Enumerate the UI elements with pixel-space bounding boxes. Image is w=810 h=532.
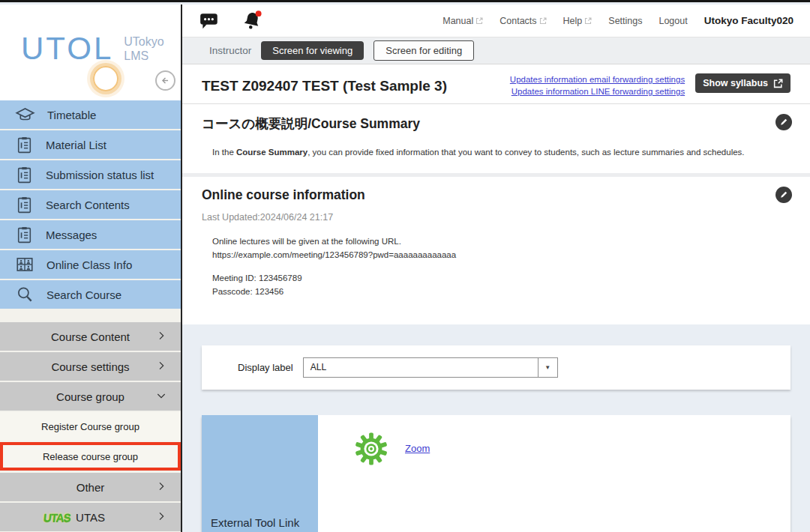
logout-link[interactable]: Logout [658,16,687,26]
sidebar-item-label: Material List [46,139,106,151]
last-updated-timestamp: Last Updated:2024/06/24 21:17 [202,212,790,223]
online-course-info-text: Online lectures will be given at the fol… [202,235,790,299]
sidebar-item-search-course[interactable]: Search Course [0,280,181,309]
chevron-right-icon [155,510,167,522]
line-forwarding-settings-link[interactable]: Updates information LINE forwarding sett… [512,87,685,96]
sidebar-group-other[interactable]: Other [0,473,181,501]
external-tool-link-card: External Tool Link [202,415,790,532]
sidebar-group-label: Other [76,481,105,494]
clipboard-list-icon [15,196,34,214]
sidebar-group-course-group[interactable]: Course group [0,382,181,411]
course-title-section: TEST Z092407 TEST (Test Sample 3) Update… [182,64,810,104]
sidebar-group-course-content[interactable]: Course Content [0,322,181,351]
course-summary-heading: コースの概要説明/Course Summary [202,115,790,133]
sidebar-subitem-release-course-group[interactable]: Release course group [0,442,181,471]
course-summary-section: コースの概要説明/Course Summary In the Course Su… [182,104,810,177]
edit-course-summary-button[interactable] [776,114,792,130]
passcode: Passcode: 123456 [212,285,790,298]
tab-screen-for-viewing[interactable]: Screen for viewing [261,41,364,60]
tab-screen-for-editing[interactable]: Screen for editing [374,40,474,61]
dropdown-arrow-icon[interactable]: ▼ [538,358,557,377]
messages-bubble-icon[interactable] [199,11,220,31]
sidebar-item-submission-status-list[interactable]: Submission status list [0,160,181,189]
chevron-right-icon [155,330,167,342]
clipboard-list-icon [15,166,34,184]
chevron-right-icon [155,360,167,372]
sidebar-group-course-settings[interactable]: Course settings [0,352,181,381]
external-link-icon [773,79,783,88]
external-tool-link-panel: External Tool Link [202,415,318,532]
display-label-selected-value: ALL [304,358,538,377]
sidebar-group-label: UTAS [76,511,105,524]
video-grid-icon [15,255,34,274]
utol-logo: UTOL UTokyo LMS [21,33,164,64]
sidebar-item-label: Search Course [46,288,122,301]
sidebar-group-label: Course Content [51,330,130,343]
pencil-icon [779,190,788,199]
sidebar-item-messages[interactable]: Messages [0,220,181,249]
sidebar-collapse-button[interactable] [155,70,176,91]
sidebar-item-label: Search Contents [46,199,130,211]
online-course-info-section: Online course information Last Updated:2… [182,177,810,324]
page-title: TEST Z092407 TEST (Test Sample 3) [202,73,447,94]
logo-area: UTOL UTokyo LMS [0,4,181,100]
sidebar-section-gap [0,310,181,322]
main-content: Manual Contacts Help [182,4,810,532]
settings-link[interactable]: Settings [608,16,642,26]
magnifier-icon [15,285,34,304]
topbar-links: Manual Contacts Help [442,15,794,26]
sidebar-subitem-label: Release course group [43,451,138,462]
display-label-panel: Display label ALL ▼ [202,345,790,390]
title-actions: Updates information email forwarding set… [510,73,790,96]
display-label-text: Display label [238,362,293,373]
course-summary-text: In the Course Summary, you can provide f… [202,148,790,157]
sidebar-group-label: Course group [56,390,124,403]
notifications-bell-icon[interactable] [241,10,263,32]
gear-icon [354,432,388,466]
utas-logo-icon: UTAS [43,511,71,524]
sidebar-subitem-register-course-group[interactable]: Register Course group [0,412,181,441]
zoom-tool-link[interactable]: Zoom [405,443,430,454]
screen-tabbar: Instructor Screen for viewing Screen for… [182,37,810,64]
sidebar-item-timetable[interactable]: Timetable [0,100,181,129]
sidebar-item-label: Submission status list [46,169,154,181]
clipboard-list-icon [15,136,34,154]
sidebar-item-label: Online Class Info [46,259,132,271]
arrow-left-icon [159,74,172,87]
external-link-icon [584,17,592,25]
sidebar-subitem-label: Register Course group [41,421,140,432]
logged-in-user: Utokyo Faculty020 [704,15,794,26]
role-label: Instructor [209,45,251,56]
display-label-select[interactable]: ALL ▼ [303,357,558,378]
chevron-right-icon [155,480,167,492]
email-forwarding-settings-link[interactable]: Updates information email forwarding set… [510,75,685,84]
manual-link[interactable]: Manual [442,16,483,26]
online-course-info-heading: Online course information [202,187,790,203]
external-link-icon [539,17,547,25]
chevron-down-icon [155,390,167,402]
help-link[interactable]: Help [563,16,592,26]
show-syllabus-button[interactable]: Show syllabus [695,73,790,93]
sidebar-item-search-contents[interactable]: Search Contents [0,190,181,219]
logo-subtext: UTokyo LMS [124,34,164,63]
pencil-icon [779,118,788,127]
forwarding-links: Updates information email forwarding set… [510,73,685,96]
topbar: Manual Contacts Help [182,4,810,37]
meeting-id: Meeting ID: 123456789 [212,271,790,285]
contacts-link[interactable]: Contacts [500,16,546,26]
sidebar-menu: Timetable Material List Submissi [0,100,181,531]
utol-lms-page: { "sidebar": { "logo": { "main": "UTOL",… [0,0,810,532]
sidebar-item-label: Timetable [47,109,96,121]
sidebar-item-material-list[interactable]: Material List [0,130,181,159]
external-link-icon [476,17,483,25]
sidebar-group-label: Course settings [51,360,129,373]
sidebar-group-utas[interactable]: UTAS UTAS [0,503,181,531]
sidebar-item-label: Messages [46,229,97,241]
external-tool-body: Zoom [318,415,790,532]
edit-online-course-info-button[interactable] [776,187,792,203]
sidebar: UTOL UTokyo LMS Timetable [0,4,182,532]
clipboard-list-icon [15,226,34,244]
sidebar-item-online-class-info[interactable]: Online Class Info [0,250,181,279]
topbar-icons [199,10,263,32]
meeting-url: https://example.com/meeting/123456789?pw… [212,248,790,262]
